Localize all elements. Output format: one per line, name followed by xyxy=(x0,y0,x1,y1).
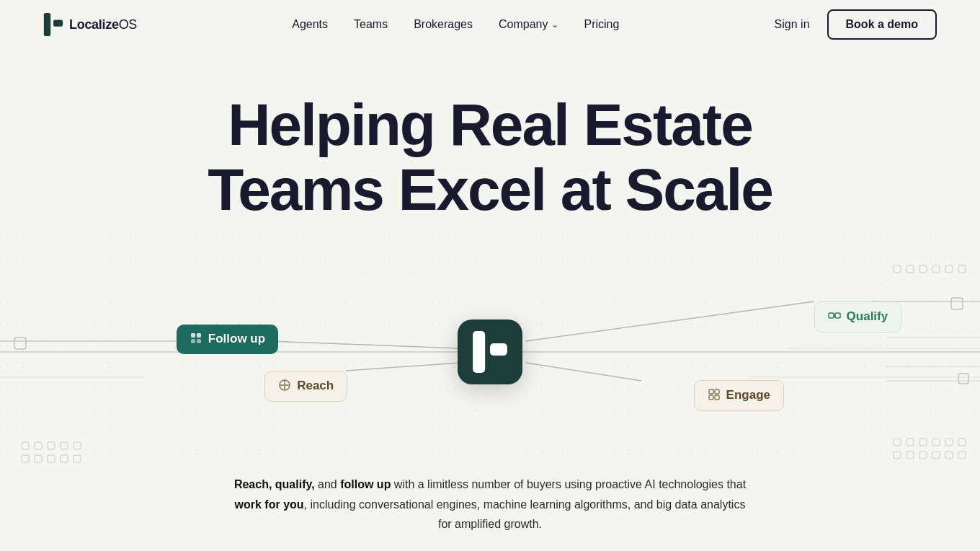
svg-rect-55 xyxy=(829,313,834,318)
hero-section: Helping Real Estate Teams Excel at Scale xyxy=(0,49,980,222)
follow-up-label: Follow up xyxy=(208,332,265,346)
svg-rect-61 xyxy=(709,389,713,394)
engage-pill: Engage xyxy=(694,380,784,411)
svg-rect-64 xyxy=(715,395,719,400)
description-section: Reach, qualify, and follow up with a lim… xyxy=(0,467,980,551)
nav-right: Sign in Book a demo xyxy=(775,9,937,40)
logo[interactable]: LocalizeOS xyxy=(43,13,137,36)
nav-item-pricing[interactable]: Pricing xyxy=(584,18,620,31)
svg-rect-52 xyxy=(197,333,201,338)
svg-rect-1 xyxy=(53,19,63,26)
nav-item-company[interactable]: Company ⌄ xyxy=(499,18,558,31)
logo-text: LocalizeOS xyxy=(69,17,137,32)
reach-icon xyxy=(278,379,291,394)
follow-up-icon xyxy=(190,332,202,347)
svg-rect-53 xyxy=(191,339,195,343)
book-demo-button[interactable]: Book a demo xyxy=(827,9,937,40)
nav-links: Agents Teams Brokerages Company ⌄ Pricin… xyxy=(292,18,619,31)
mind-map-section: Follow up Qualify Reach xyxy=(0,237,980,467)
hero-heading: Helping Real Estate Teams Excel at Scale xyxy=(14,92,966,222)
svg-rect-56 xyxy=(835,313,840,318)
reach-label: Reach xyxy=(297,379,334,393)
center-logo-icon xyxy=(472,331,508,373)
chevron-down-icon: ⌄ xyxy=(551,19,558,30)
qualify-label: Qualify xyxy=(847,309,888,324)
qualify-pill: Qualify xyxy=(814,301,902,332)
svg-rect-63 xyxy=(709,395,713,400)
nav-item-teams[interactable]: Teams xyxy=(354,18,388,31)
svg-rect-0 xyxy=(44,13,50,36)
navigation: LocalizeOS Agents Teams Brokerages Compa… xyxy=(0,0,980,49)
engage-icon xyxy=(708,388,721,403)
svg-rect-50 xyxy=(490,343,507,356)
nav-item-agents[interactable]: Agents xyxy=(292,18,328,31)
svg-rect-54 xyxy=(197,339,201,343)
sign-in-link[interactable]: Sign in xyxy=(775,18,810,31)
description-text: Reach, qualify, and follow up with a lim… xyxy=(231,475,749,534)
logo-icon xyxy=(43,13,63,36)
svg-rect-62 xyxy=(715,389,719,394)
qualify-icon xyxy=(828,309,841,325)
engage-label: Engage xyxy=(726,388,770,402)
reach-pill: Reach xyxy=(264,371,347,402)
follow-up-pill: Follow up xyxy=(177,325,278,354)
svg-rect-49 xyxy=(473,331,485,373)
center-logo-box xyxy=(458,319,522,384)
svg-rect-51 xyxy=(191,333,195,338)
nav-item-brokerages[interactable]: Brokerages xyxy=(414,18,473,31)
